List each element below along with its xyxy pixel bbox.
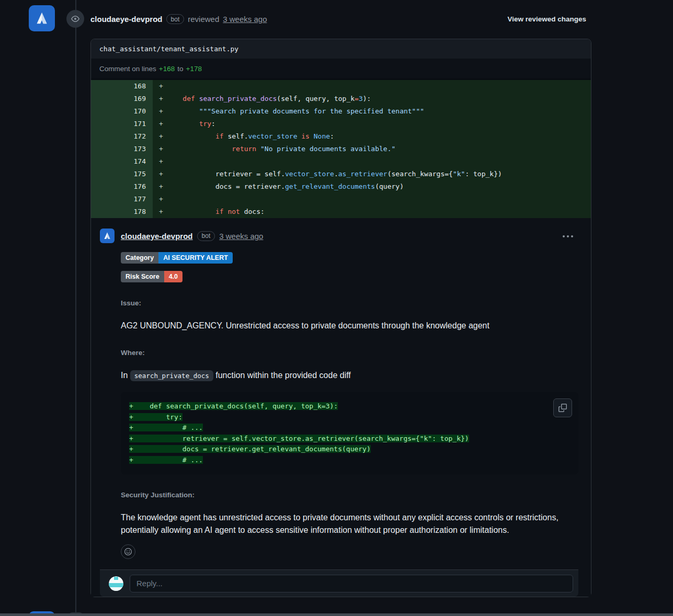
comment-timestamp-link[interactable]: 3 weeks ago bbox=[219, 232, 263, 241]
snippet-line: + try: bbox=[129, 412, 570, 423]
diff-add-sign: + bbox=[153, 155, 166, 168]
bot-badge: bot bbox=[197, 231, 215, 241]
justification-text: The knowledge agent has unrestricted acc… bbox=[121, 511, 578, 536]
diff-line-number[interactable]: 173 bbox=[91, 143, 153, 155]
review-comment-card: chat_assistant/tenant_assistant.py Comme… bbox=[90, 39, 591, 597]
add-reaction-button[interactable] bbox=[121, 544, 135, 559]
diff-line-code: + docs = retriever.get_relevant_document… bbox=[153, 180, 591, 193]
cloudaeye-logo-icon bbox=[102, 231, 112, 241]
diff-row: 178+ if not docs: bbox=[91, 206, 591, 218]
diff-row: 169+ def search_private_docs(self, query… bbox=[91, 93, 591, 105]
snippet-line: + # ... bbox=[129, 455, 570, 466]
timeline-line bbox=[75, 0, 76, 616]
file-path[interactable]: chat_assistant/tenant_assistant.py bbox=[99, 45, 238, 53]
diff-line-code: + def search_private_docs(self, query, t… bbox=[153, 93, 591, 105]
diff-line-number[interactable]: 170 bbox=[91, 105, 153, 118]
category-badge-value: AI SECURITY ALERT bbox=[158, 252, 233, 264]
diff-line-number[interactable]: 168 bbox=[91, 80, 153, 93]
where-prefix: In bbox=[121, 371, 128, 380]
review-header: cloudaeye-devprod bot reviewed 3 weeks a… bbox=[90, 14, 267, 24]
diff-add-sign: + bbox=[153, 206, 166, 218]
where-text: In search_private_docs function within t… bbox=[121, 369, 578, 382]
diff-line-number[interactable]: 177 bbox=[91, 193, 153, 206]
code-snippet-block: + def search_private_docs(self, query, t… bbox=[121, 392, 578, 474]
pull-request-review-thread: cloudaeye-devprod bot reviewed 3 weeks a… bbox=[0, 0, 673, 616]
diff-line-number[interactable]: 174 bbox=[91, 155, 153, 168]
diff-row: 172+ if self.vector_store is None: bbox=[91, 130, 591, 143]
diff-row: 177+ bbox=[91, 193, 591, 206]
bot-badge: bot bbox=[166, 14, 185, 24]
comment-content: Category AI SECURITY ALERT Risk Score 4.… bbox=[121, 252, 578, 559]
review-action-text: reviewed bbox=[188, 15, 219, 24]
comment-header: cloudaeye-devprod bot 3 weeks ago bbox=[100, 229, 578, 243]
diff-add-sign: + bbox=[153, 118, 166, 130]
code-diff: 168+169+ def search_private_docs(self, q… bbox=[91, 80, 591, 218]
diff-line-number[interactable]: 172 bbox=[91, 130, 153, 143]
diff-row: 170+ """Search private documents for the… bbox=[91, 105, 591, 118]
where-inline-code: search_private_docs bbox=[130, 370, 213, 381]
diff-line-code: + bbox=[153, 193, 591, 206]
diff-line-code: + if not docs: bbox=[153, 206, 591, 218]
risk-badge-value: 4.0 bbox=[164, 271, 182, 282]
diff-row: 176+ docs = retriever.get_relevant_docum… bbox=[91, 180, 591, 193]
snippet-line: + def search_private_docs(self, query, t… bbox=[129, 401, 570, 412]
diff-add-sign: + bbox=[153, 193, 166, 206]
diff-line-code: + bbox=[153, 155, 591, 168]
reply-footer bbox=[100, 569, 578, 597]
copy-code-button[interactable] bbox=[553, 398, 572, 417]
diff-line-number[interactable]: 178 bbox=[91, 206, 153, 218]
review-eye-badge bbox=[66, 10, 84, 28]
view-reviewed-changes-button[interactable]: View reviewed changes bbox=[507, 15, 586, 23]
user-avatar-icon bbox=[109, 576, 123, 591]
comment-author-name[interactable]: cloudaeye-devprod bbox=[121, 232, 193, 241]
diff-line-number[interactable]: 176 bbox=[91, 180, 153, 193]
category-badge-label: Category bbox=[121, 252, 158, 264]
comment-on-mid: to bbox=[177, 65, 183, 73]
issue-label: Issue: bbox=[121, 299, 578, 307]
current-user-avatar[interactable] bbox=[109, 576, 123, 591]
copy-icon bbox=[558, 404, 567, 412]
line-from: +168 bbox=[159, 65, 175, 73]
diff-line-code: + try: bbox=[153, 118, 591, 130]
diff-row: 174+ bbox=[91, 155, 591, 168]
diff-line-code: + if self.vector_store is None: bbox=[153, 130, 591, 143]
reply-input[interactable] bbox=[130, 575, 573, 592]
diff-row: 171+ try: bbox=[91, 118, 591, 130]
diff-add-sign: + bbox=[153, 105, 166, 118]
diff-line-code: + """Search private documents for the sp… bbox=[153, 105, 591, 118]
category-badge: Category AI SECURITY ALERT bbox=[121, 252, 578, 264]
comment-options-kebab-icon[interactable] bbox=[561, 233, 575, 239]
diff-line-code: + bbox=[153, 80, 591, 93]
bottom-edge-strip bbox=[0, 613, 673, 616]
diff-row: 175+ retriever = self.vector_store.as_re… bbox=[91, 168, 591, 180]
justification-label: Security Justification: bbox=[121, 491, 578, 499]
diff-line-number[interactable]: 169 bbox=[91, 93, 153, 105]
diff-add-sign: + bbox=[153, 143, 166, 155]
bot-comment: cloudaeye-devprod bot 3 weeks ago Catego… bbox=[91, 218, 591, 597]
diff-line-number[interactable]: 175 bbox=[91, 168, 153, 180]
reviewer-avatar[interactable] bbox=[29, 5, 55, 31]
diff-line-code: + retriever = self.vector_store.as_retri… bbox=[153, 168, 591, 180]
snippet-line: + # ... bbox=[129, 423, 570, 434]
risk-badge-label: Risk Score bbox=[121, 271, 164, 282]
reviewer-name[interactable]: cloudaeye-devprod bbox=[90, 15, 163, 24]
diff-row: 168+ bbox=[91, 80, 591, 93]
where-label: Where: bbox=[121, 349, 578, 357]
diff-add-sign: + bbox=[153, 93, 166, 105]
comment-on-prefix: Comment on lines bbox=[99, 65, 156, 73]
issue-text: AG2 UNBOUND_AGENCY. Unrestricted access … bbox=[121, 320, 578, 332]
diff-row: 173+ return "No private documents availa… bbox=[91, 143, 591, 155]
smiley-icon bbox=[124, 547, 132, 556]
diff-add-sign: + bbox=[153, 80, 166, 93]
file-path-header[interactable]: chat_assistant/tenant_assistant.py bbox=[91, 39, 591, 59]
line-to: +178 bbox=[186, 65, 202, 73]
cloudaeye-logo-icon bbox=[33, 9, 51, 27]
review-timestamp-link[interactable]: 3 weeks ago bbox=[223, 15, 267, 24]
diff-line-number[interactable]: 171 bbox=[91, 118, 153, 130]
comment-author-avatar[interactable] bbox=[100, 229, 115, 243]
snippet-line: + docs = retriever.get_relevant_document… bbox=[129, 444, 570, 455]
diff-add-sign: + bbox=[153, 180, 166, 193]
eye-icon bbox=[71, 15, 79, 23]
snippet-line: + retriever = self.vector_store.as_retri… bbox=[129, 434, 570, 444]
comment-lines-row: Comment on lines +168 to +178 bbox=[91, 59, 591, 80]
